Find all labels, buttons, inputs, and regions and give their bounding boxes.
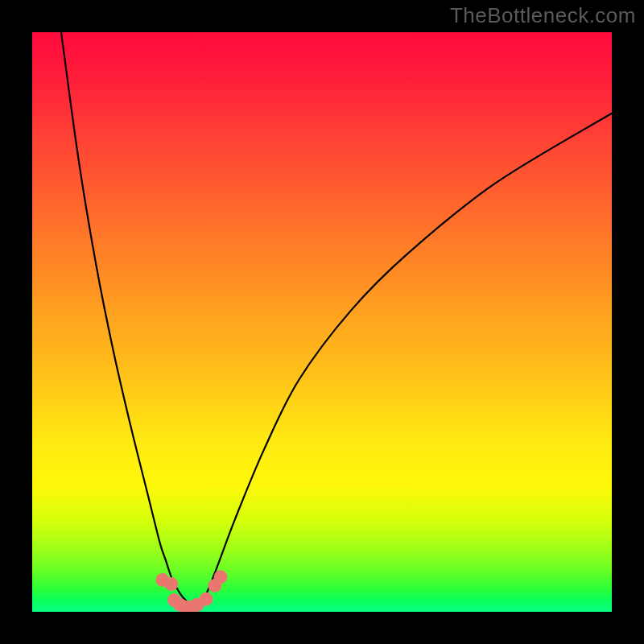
watermark-label: TheBottleneck.com	[450, 3, 636, 28]
valley-dot	[164, 577, 178, 591]
valley-dots	[156, 570, 228, 612]
chart-frame: TheBottleneck.com	[0, 0, 644, 644]
valley-dot	[200, 592, 213, 606]
curve-overlay	[32, 32, 612, 612]
curve-right	[200, 114, 612, 603]
plot-area	[32, 32, 612, 612]
valley-dot	[214, 570, 228, 584]
curve-left	[61, 32, 188, 603]
